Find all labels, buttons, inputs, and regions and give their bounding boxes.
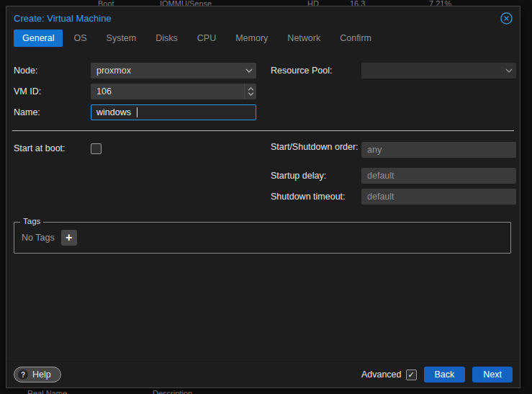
node-label: Node: (14, 66, 91, 76)
vmid-spinner[interactable] (91, 84, 256, 99)
tab-disks[interactable]: Disks (147, 30, 186, 47)
shutdown-timeout-input[interactable] (361, 189, 516, 205)
advanced-label: Advanced (361, 370, 402, 380)
startup-order-input[interactable] (361, 142, 516, 158)
startup-order-field[interactable] (361, 142, 516, 158)
vmid-input[interactable] (91, 84, 256, 99)
tab-system[interactable]: System (98, 30, 145, 47)
startup-delay-field[interactable] (361, 168, 516, 184)
node-input[interactable] (91, 63, 256, 79)
tags-legend: Tags (20, 217, 43, 225)
advanced-checkbox[interactable]: ✓ (406, 370, 417, 380)
add-tag-button[interactable]: + (61, 230, 77, 246)
startup-delay-input[interactable] (361, 168, 516, 184)
help-icon: ? (18, 370, 28, 380)
tab-confirm[interactable]: Confirm (331, 30, 380, 47)
start-at-boot-checkbox[interactable] (91, 143, 102, 154)
tab-os[interactable]: OS (65, 30, 95, 47)
dialog-header: Create: Virtual Machine (6, 6, 520, 30)
resource-pool-select[interactable] (361, 63, 516, 79)
resource-pool-input[interactable] (361, 63, 516, 79)
name-value: windows (91, 107, 136, 117)
text-caret (137, 107, 138, 117)
start-at-boot-label: Start at boot: (14, 143, 91, 153)
tab-memory[interactable]: Memory (227, 30, 276, 47)
back-button[interactable]: Back (424, 367, 466, 382)
tab-bar: General OS System Disks CPU Memory Netwo… (6, 30, 520, 51)
tags-fieldset: Tags No Tags + (14, 222, 511, 254)
no-tags-text: No Tags (22, 233, 55, 243)
background-text-fragment: Description (153, 389, 192, 394)
chevron-down-icon (242, 63, 256, 79)
startup-delay-label: Startup delay: (271, 171, 361, 181)
chevron-down-icon (502, 63, 516, 79)
vmid-label: VM ID: (14, 86, 91, 97)
tab-general[interactable]: General (14, 30, 63, 47)
tab-network[interactable]: Network (279, 30, 329, 47)
check-icon: ✓ (407, 370, 414, 380)
background-text-fragment: Real Name (27, 389, 67, 394)
name-label: Name: (14, 107, 91, 117)
resource-pool-label: Resource Pool: (271, 66, 361, 76)
node-select[interactable] (91, 63, 256, 79)
shutdown-timeout-field[interactable] (361, 189, 516, 205)
dialog-title: Create: Virtual Machine (14, 13, 112, 24)
create-vm-dialog: Create: Virtual Machine General OS Syste… (6, 6, 520, 388)
next-button[interactable]: Next (472, 367, 513, 382)
tab-cpu[interactable]: CPU (189, 30, 225, 47)
name-input[interactable]: windows (91, 104, 256, 120)
section-divider (12, 130, 514, 131)
startup-order-label: Start/Shutdown order: (271, 142, 361, 152)
help-button[interactable]: ? Help (14, 367, 61, 382)
dialog-footer: ? Help Advanced ✓ Back Next (6, 361, 520, 388)
help-button-label: Help (32, 370, 51, 380)
spinner-arrows-icon[interactable] (244, 84, 256, 99)
close-icon[interactable] (500, 12, 513, 24)
shutdown-timeout-label: Shutdown timeout: (271, 192, 361, 202)
